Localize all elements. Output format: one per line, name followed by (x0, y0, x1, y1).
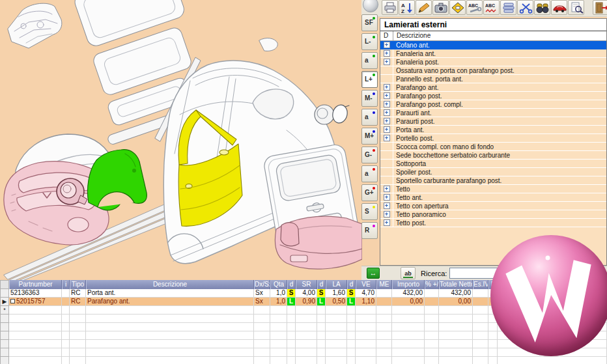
list-item[interactable]: +Fanaleria post. (380, 58, 606, 66)
grid-column-Tipo[interactable]: Tipo (70, 280, 86, 289)
list-item[interactable]: +Parafango ant. (380, 83, 606, 92)
list-item[interactable]: +Paraurti ant. (380, 109, 606, 117)
binoculars-icon[interactable] (534, 0, 550, 15)
grid-cell (439, 323, 473, 331)
sort-icon[interactable]: AZ (399, 0, 415, 15)
list-item[interactable]: Ossatura vano porta con parafango post. (380, 66, 606, 75)
list-item[interactable]: Sportello carburante parafango post. (380, 176, 606, 185)
grid-column-d[interactable]: d (347, 280, 356, 289)
search-document-icon[interactable] (568, 0, 584, 15)
sidebar-button-a[interactable]: a (361, 52, 378, 69)
expand-icon[interactable]: + (380, 58, 393, 66)
grid-column-d[interactable]: d (317, 280, 326, 289)
list-item[interactable]: Sottoporta (380, 160, 606, 168)
list-item[interactable]: Scocca compl. con mano di fondo (380, 143, 606, 151)
estimation-app-window: { "panel": { "title": "Lamierati esterni… (0, 0, 607, 364)
list-item[interactable]: +Paraurti post. (380, 117, 606, 126)
grid-cell (86, 306, 254, 315)
row-marker (0, 289, 9, 298)
grid-column-Totale Netto[interactable]: Totale Netto (439, 280, 473, 289)
grid-column-VE[interactable]: VE (356, 280, 376, 289)
expand-icon[interactable]: + (380, 109, 393, 117)
expand-icon[interactable]: + (380, 92, 393, 100)
list-item[interactable]: +Tetto con apertura (380, 202, 606, 210)
expand-icon[interactable]: + (380, 83, 393, 91)
col-descrizione[interactable]: Descrizione (393, 31, 606, 40)
list-item[interactable]: Pannello est. porta ant. (380, 75, 606, 83)
nav-sphere-button[interactable] (363, 0, 378, 12)
scissors-icon[interactable] (517, 0, 533, 15)
sidebar-button-mplus[interactable]: M+ (361, 128, 378, 145)
sidebar-button-s[interactable]: S (361, 203, 378, 220)
print-icon[interactable] (382, 0, 398, 15)
expand-icon[interactable]: + (380, 49, 393, 57)
sidebar-button-lplus[interactable]: L+ (361, 71, 378, 88)
sidebar-button-a[interactable]: a (361, 109, 378, 126)
grid-column-d[interactable]: d (287, 280, 296, 289)
grid-column-Partnumber[interactable]: Partnumber (9, 280, 62, 289)
list-item[interactable]: +Tetto panoramico (380, 210, 606, 219)
list-item[interactable]: +Tetto post. (380, 219, 606, 227)
sidebar-button-sf[interactable]: SF (361, 14, 378, 31)
list-item[interactable]: Sede bocchettone serbatoio carburante (380, 151, 606, 160)
pencil-icon[interactable] (416, 0, 432, 15)
swap-view-button[interactable]: ↔ (367, 268, 380, 279)
expand-icon[interactable]: + (380, 185, 393, 193)
grid-cell (356, 340, 376, 348)
list-item[interactable]: +Cofano ant. (380, 41, 606, 49)
expand-icon[interactable]: + (380, 41, 393, 49)
expand-icon[interactable]: + (380, 193, 393, 201)
dcell (380, 176, 393, 184)
sidebar-button-r[interactable]: R (361, 222, 378, 239)
list-item[interactable]: +Parafango post. compl. (380, 100, 606, 109)
grid-cell (326, 331, 347, 340)
text-search-mode-button[interactable]: ab (401, 267, 416, 279)
list-item[interactable]: +Parafango post. (380, 92, 606, 100)
expand-icon[interactable]: + (380, 219, 393, 227)
grid-column-ME[interactable]: ME (376, 280, 392, 289)
list-item[interactable]: +Porta ant. (380, 126, 606, 134)
expand-icon[interactable]: + (380, 126, 393, 133)
sidebar-button-lminus[interactable]: L- (361, 33, 378, 50)
empty-row[interactable] (0, 357, 607, 364)
grid-column-Es.IVA[interactable]: Es.IVA (473, 280, 488, 289)
sidebar-button-gplus[interactable]: G+ (361, 184, 378, 201)
sidebar-button-a[interactable]: a (361, 165, 378, 182)
expand-icon[interactable]: + (380, 100, 393, 108)
list-item[interactable]: +Tetto (380, 185, 606, 193)
grid-column-% +/-[interactable]: % +/- (425, 280, 439, 289)
camera-icon[interactable] (432, 0, 449, 15)
grid-cell (425, 340, 439, 348)
list-item[interactable]: +Tetto ant. (380, 193, 606, 202)
expand-icon[interactable]: + (380, 134, 393, 142)
grid-column-Dx/Sx[interactable]: Dx/Sx (254, 280, 270, 289)
expand-icon[interactable]: + (380, 117, 393, 125)
spell-check-icon[interactable]: ABC (483, 0, 500, 15)
exit-door-icon[interactable] (593, 0, 607, 15)
road-sign-icon[interactable] (449, 0, 466, 15)
grid-column-SR[interactable]: SR (296, 280, 317, 289)
grid-column-Qta[interactable]: Qta (270, 280, 287, 289)
grid-cell: Sx (254, 298, 270, 306)
list-item[interactable]: Spoiler post. (380, 168, 606, 176)
list-item[interactable]: +Fanaleria ant. (380, 49, 606, 58)
grid-cell (70, 348, 86, 357)
grid-cell (439, 315, 473, 323)
expand-icon[interactable]: + (380, 210, 393, 218)
grid-column-Importo[interactable]: Importo (392, 280, 425, 289)
sidebar-button-mminus[interactable]: M- (361, 90, 378, 107)
grid-cell (425, 315, 439, 323)
print-list-icon[interactable] (500, 0, 516, 15)
expand-icon[interactable]: + (380, 202, 393, 210)
fanaleria-post[interactable] (281, 223, 299, 246)
spell-tools-icon[interactable]: ABC (466, 0, 483, 15)
grid-column-i[interactable]: i (62, 280, 70, 289)
grid-cell (254, 323, 270, 331)
sidebar-button-gminus[interactable]: G- (361, 147, 378, 163)
col-d[interactable]: D (380, 31, 393, 40)
list-item[interactable]: +Portello post. (380, 134, 606, 143)
grid-column-LA[interactable]: LA (326, 280, 347, 289)
list-item-label: Porta ant. (393, 126, 424, 133)
car-icon[interactable] (551, 0, 567, 15)
grid-column-Descrizione[interactable]: Descrizione (86, 280, 254, 289)
